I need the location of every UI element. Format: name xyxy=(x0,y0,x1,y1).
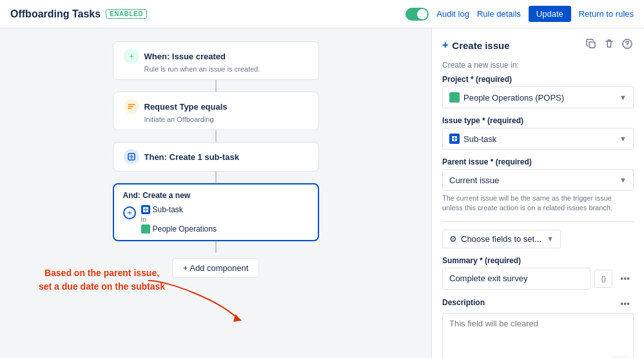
connector-2 xyxy=(215,130,217,142)
panel-plus-icon: + xyxy=(442,39,448,51)
connector-1 xyxy=(215,80,217,92)
parent-issue-label: Parent issue * (required) xyxy=(442,157,634,166)
active-node-label: And: Create a new xyxy=(123,191,309,200)
add-component-button[interactable]: + Add component xyxy=(172,258,260,278)
description-more-button[interactable]: ••• xyxy=(616,297,634,310)
condition-title: Request Type equals xyxy=(144,102,228,112)
project-select-icon xyxy=(449,92,460,103)
svg-rect-3 xyxy=(589,42,595,48)
gear-icon: ⚙ xyxy=(449,234,457,244)
description-label: Description xyxy=(442,298,485,307)
active-node-plus: ＋ xyxy=(123,206,136,219)
panel-title-text: Create issue xyxy=(452,40,509,51)
project-icon xyxy=(141,224,150,234)
project-form-group: Project * (required) People Operations (… xyxy=(442,75,634,108)
issue-type-value: Sub-task xyxy=(463,134,496,144)
panel-section-label: Create a new issue in: xyxy=(442,61,634,70)
project-select-value: People Operations (POPS) xyxy=(463,93,564,103)
summary-input[interactable] xyxy=(442,268,590,290)
project-item: People Operations xyxy=(141,224,217,234)
rule-details-link[interactable]: Rule details xyxy=(477,9,521,19)
trigger-node[interactable]: ＋ When: Issue created Rule is run when a… xyxy=(113,41,319,80)
summary-more-button[interactable]: ••• xyxy=(616,272,634,285)
flow-container: ＋ When: Issue created Rule is run when a… xyxy=(93,41,338,278)
help-icon-button[interactable] xyxy=(621,37,634,53)
connector-4 xyxy=(215,241,217,253)
description-textarea-wrapper: {} xyxy=(442,313,634,358)
divider-1 xyxy=(442,221,634,222)
trigger-subtitle: Rule is run when an issue is created. xyxy=(144,65,308,73)
svg-marker-2 xyxy=(233,314,242,322)
summary-form-group: Summary * (required) {} ••• xyxy=(442,256,634,290)
issue-type-label: Issue type * (required) xyxy=(442,116,634,125)
connector-3 xyxy=(215,172,217,183)
condition-subtitle: Initiate an Offboarding xyxy=(144,115,308,123)
canvas: ＋ When: Issue created Rule is run when a… xyxy=(0,28,431,358)
header: Offboarding Tasks ENABLED Audit log Rule… xyxy=(0,0,644,28)
action1-icon xyxy=(124,149,139,164)
parent-issue-select[interactable]: Current issue ▼ xyxy=(442,169,634,191)
svg-point-5 xyxy=(627,46,628,47)
project-select[interactable]: People Operations (POPS) ▼ xyxy=(442,86,634,108)
condition-node[interactable]: Request Type equals Initiate an Offboard… xyxy=(113,92,319,130)
right-panel: + Create issue Create a new issue in: Pr… xyxy=(431,28,644,358)
subtask-label: Sub-task xyxy=(153,205,183,214)
copy-icon-button[interactable] xyxy=(585,37,598,53)
panel-title: + Create issue xyxy=(442,39,510,51)
trigger-icon: ＋ xyxy=(124,48,139,64)
enabled-toggle[interactable] xyxy=(405,8,429,21)
subtask-item: Sub-task xyxy=(141,205,217,214)
choose-fields-chevron: ▼ xyxy=(547,235,554,243)
description-form-group: Description ••• {} xyxy=(442,297,634,358)
action1-node[interactable]: Then: Create 1 sub-task xyxy=(113,142,319,172)
issue-type-form-group: Issue type * (required) Sub-task ▼ xyxy=(442,116,634,150)
audit-log-link[interactable]: Audit log xyxy=(436,9,469,19)
project-label: People Operations xyxy=(153,224,217,234)
return-to-rules-link[interactable]: Return to rules xyxy=(579,9,634,19)
issue-type-select[interactable]: Sub-task ▼ xyxy=(442,128,634,150)
enabled-badge: ENABLED xyxy=(106,9,147,19)
condition-icon xyxy=(124,99,139,114)
issue-type-chevron-icon: ▼ xyxy=(620,135,627,143)
in-label: in xyxy=(141,215,217,223)
subtask-type-icon xyxy=(141,205,150,214)
parent-issue-value: Current issue xyxy=(449,175,499,185)
action1-title: Then: Create 1 sub-task xyxy=(144,152,239,162)
trigger-title: When: Issue created xyxy=(144,52,226,61)
annotation-arrow xyxy=(142,274,245,326)
active-node[interactable]: And: Create a new ＋ Sub-task in xyxy=(113,183,319,241)
choose-fields-label: Choose fields to set... xyxy=(461,234,542,244)
summary-label: Summary * (required) xyxy=(442,256,634,265)
panel-header: + Create issue xyxy=(442,37,634,53)
issue-type-icon xyxy=(449,134,460,144)
header-actions: Audit log Rule details Update Return to … xyxy=(405,6,634,22)
parent-issue-form-group: Parent issue * (required) Current issue … xyxy=(442,157,634,214)
parent-issue-chevron-icon: ▼ xyxy=(620,176,627,184)
summary-brace-button[interactable]: {} xyxy=(594,270,612,288)
page-title: Offboarding Tasks xyxy=(10,8,101,20)
project-chevron-icon: ▼ xyxy=(620,94,627,101)
description-textarea[interactable] xyxy=(443,313,633,352)
update-button[interactable]: Update xyxy=(529,6,571,22)
trash-icon-button[interactable] xyxy=(603,37,616,53)
panel-icon-buttons xyxy=(585,37,634,53)
parent-issue-help: The current issue will be the same as th… xyxy=(442,194,634,214)
main-layout: ＋ When: Issue created Rule is run when a… xyxy=(0,28,644,358)
choose-fields-button[interactable]: ⚙ Choose fields to set... ▼ xyxy=(442,230,561,248)
project-label: Project * (required) xyxy=(442,75,634,84)
